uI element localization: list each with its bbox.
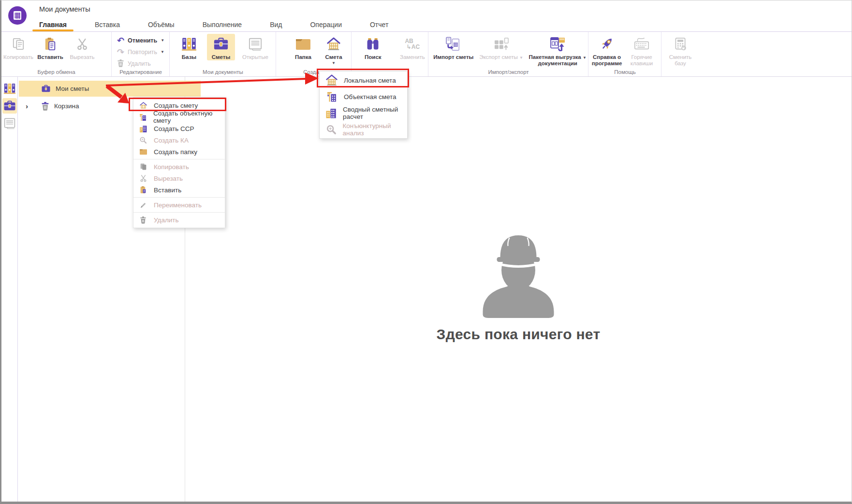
group-clipboard: Копировать Вставить Вырезать Буфер обмен…	[1, 32, 112, 76]
binoculars-icon	[366, 34, 380, 54]
briefcase-icon	[41, 85, 51, 93]
paste-button[interactable]: Вставить	[34, 34, 66, 60]
trash-icon	[41, 101, 49, 111]
hotkeys-button[interactable]: Горячиеклавиши	[627, 34, 657, 66]
create-estimate-button[interactable]: Смета ▼	[319, 34, 348, 65]
group-label-help: Помощь	[589, 69, 661, 75]
estimates-button[interactable]: Сметы	[207, 34, 235, 60]
empty-state: Здесь пока ничего нет	[368, 222, 668, 343]
menu-item-summary-estimate[interactable]: Сводный сметный расчет	[320, 105, 407, 121]
replace-ab-ac-icon: AB ↳AC	[405, 34, 420, 54]
opened-docs-icon	[3, 117, 16, 129]
change-db-button[interactable]: Сменитьбазу	[666, 34, 695, 66]
undo-button[interactable]: ↶ Отменить ▼	[117, 35, 164, 46]
magnifier-icon	[139, 136, 147, 144]
group-editing: ↶ Отменить ▼ ↷ Повторить ▼ Удалить Редак…	[112, 32, 170, 76]
group-change-db: Сменитьбазу	[662, 32, 852, 76]
chevron-down-icon[interactable]: ▼	[332, 61, 336, 65]
app-window: Мои документы Главная Вставка Объёмы Вып…	[0, 0, 852, 504]
menu-item-object-estimate[interactable]: Объектная смета	[320, 88, 407, 105]
tree-item-my-estimates[interactable]: Мои сметы	[19, 81, 201, 97]
opened-button[interactable]: Открытые	[238, 34, 273, 60]
redo-button[interactable]: ↷ Повторить ▼	[117, 47, 164, 58]
rocket-icon	[599, 34, 615, 54]
tab-obyomy[interactable]: Объёмы	[141, 18, 181, 31]
delete-button[interactable]: Удалить	[117, 58, 151, 69]
crane-building-icon	[325, 91, 338, 102]
import-estimate-button[interactable]: Импорт сметы	[432, 34, 475, 60]
group-label-import-export: Импорт/экспорт	[429, 69, 588, 75]
copy-button[interactable]: Копировать	[2, 34, 34, 60]
menu-item-cut[interactable]: Вырезать	[133, 173, 225, 184]
tab-vypolnenie[interactable]: Выполнение	[196, 18, 249, 31]
chevron-down-icon[interactable]: ▼	[519, 56, 523, 60]
scissors-icon	[76, 34, 88, 54]
menu-item-paste[interactable]: Вставить	[133, 184, 225, 196]
tab-otchet[interactable]: Отчет	[363, 18, 395, 31]
tree-context-menu: Создать смету Создать объектную смету Со…	[133, 97, 225, 228]
buildings-icon	[139, 125, 147, 133]
create-folder-button[interactable]: Папка	[289, 34, 317, 60]
paste-icon	[139, 186, 147, 194]
sidebar-bases-button[interactable]	[2, 81, 17, 96]
buildings-icon	[325, 107, 337, 119]
estimate-dropdown-menu: Локальная смета Объектная смета Сводный …	[319, 71, 408, 139]
menu-item-create-object-estimate[interactable]: Создать объектную смету	[133, 111, 225, 123]
magnifier-icon	[325, 124, 337, 135]
bases-icon	[181, 34, 197, 54]
chevron-down-icon[interactable]: ▼	[161, 50, 164, 54]
menu-item-create-folder[interactable]: Создать папку	[133, 146, 225, 158]
main-empty-area: Здесь пока ничего нет	[185, 77, 852, 502]
chevron-down-icon[interactable]: ▼	[583, 56, 587, 60]
chevron-right-icon[interactable]: ›	[26, 102, 32, 110]
briefcase-icon	[3, 100, 16, 112]
sidebar-estimates-button[interactable]	[2, 98, 17, 114]
export-estimate-button[interactable]: Экспорт сметы ▼	[475, 34, 528, 60]
batch-upload-icon	[549, 34, 566, 54]
empty-state-message: Здесь пока ничего нет	[368, 326, 668, 343]
bases-icon	[3, 82, 16, 95]
sidebar-opened-button[interactable]	[2, 115, 17, 131]
copy-icon	[139, 163, 147, 171]
app-logo-icon[interactable]	[8, 6, 27, 25]
menu-item-create-ka[interactable]: Создать КА	[133, 134, 225, 146]
cut-button[interactable]: Вырезать	[66, 34, 98, 60]
keyboard-icon	[633, 34, 650, 54]
briefcase-icon	[213, 34, 229, 54]
tab-vstavka[interactable]: Вставка	[88, 18, 127, 31]
redo-icon: ↷	[117, 48, 124, 57]
menu-item-local-estimate[interactable]: Локальная смета	[320, 72, 407, 88]
scissors-icon	[139, 174, 147, 182]
menu-item-delete[interactable]: Удалить	[133, 214, 225, 226]
bases-button[interactable]: Базы	[174, 34, 204, 60]
menu-item-rename[interactable]: Переименовать	[133, 199, 225, 211]
group-label-editing: Редактирование	[112, 69, 169, 75]
group-search: Поиск AB ↳AC Заменить	[352, 32, 428, 76]
menu-item-create-ssr[interactable]: Создать ССР	[133, 123, 225, 134]
search-button[interactable]: Поиск	[360, 34, 386, 60]
house-icon	[325, 74, 338, 86]
group-import-export: Импорт сметы Экспорт сметы ▼ Пакетная вы…	[429, 32, 588, 76]
group-my-documents: Базы Сметы Открытые Мои документы	[170, 32, 276, 76]
folder-icon	[139, 148, 147, 155]
batch-upload-button[interactable]: Пакетная выгрузка ▼документации	[527, 34, 588, 66]
tab-glavnaya[interactable]: Главная	[32, 18, 73, 31]
pencil-icon	[139, 202, 147, 209]
menu-item-market-analysis[interactable]: Конъюнктурный анализ	[320, 121, 407, 138]
program-help-button[interactable]: Справка опрограмме	[591, 34, 623, 66]
tab-vid[interactable]: Вид	[263, 18, 289, 31]
menu-item-copy[interactable]: Копировать	[133, 161, 225, 173]
tree-item-label: Корзина	[54, 102, 79, 110]
chevron-down-icon[interactable]: ▼	[161, 39, 164, 43]
ribbon: Копировать Вставить Вырезать Буфер обмен…	[1, 32, 852, 77]
group-label-clipboard: Буфер обмена	[1, 69, 111, 75]
menu-separator	[133, 212, 225, 213]
tab-operacii[interactable]: Операции	[303, 18, 349, 31]
group-create: Папка Смета ▼ Создать	[277, 32, 352, 76]
replace-button[interactable]: AB ↳AC Заменить	[397, 34, 428, 60]
worker-silhouette-icon	[475, 222, 561, 318]
paste-icon	[44, 34, 57, 54]
ribbon-tabs: Главная Вставка Объёмы Выполнение Вид Оп…	[32, 16, 395, 31]
copy-icon	[12, 34, 25, 54]
trash-icon	[117, 59, 124, 69]
